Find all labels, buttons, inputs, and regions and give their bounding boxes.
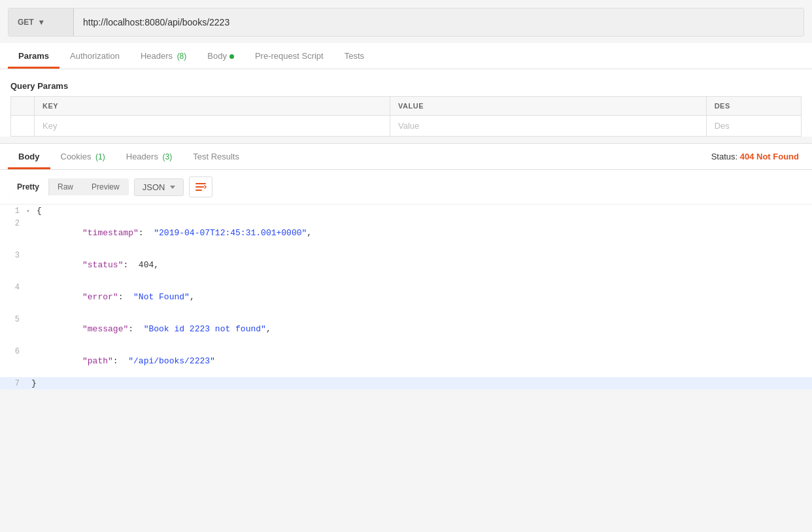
key-placeholder: Key <box>42 121 57 131</box>
code-line-6: 6 "path": "/api/books/2223" <box>0 345 812 377</box>
tab-cookies[interactable]: Cookies (1) <box>50 144 116 169</box>
response-tabs: Body Cookies (1) Headers (3) Test Result… <box>8 144 250 169</box>
json-format-label: JSON <box>143 182 165 192</box>
url-bar: GET ▾ <box>8 8 804 37</box>
tab-body[interactable]: Body <box>197 43 245 69</box>
col-header-key: KEY <box>35 97 390 116</box>
tab-prerequest[interactable]: Pre-request Script <box>245 43 334 69</box>
row-key-cell[interactable]: Key <box>35 116 390 137</box>
row-desc-cell[interactable]: Des <box>706 116 801 137</box>
query-params-title: Query Params <box>10 76 802 96</box>
params-table: KEY VALUE DES Key Value Des <box>10 96 802 137</box>
desc-placeholder: Des <box>715 121 730 131</box>
code-line-3: 3 "status": 404, <box>0 249 812 281</box>
code-line-2: 2 "timestamp": "2019-04-07T12:45:31.001+… <box>0 217 812 249</box>
cookies-badge: (1) <box>95 152 105 161</box>
col-header-checkbox <box>11 97 35 116</box>
code-line-4: 4 "error": "Not Found", <box>0 281 812 313</box>
method-label: GET <box>18 18 34 27</box>
tab-response-headers[interactable]: Headers (3) <box>116 144 182 169</box>
method-arrow: ▾ <box>39 18 43 27</box>
table-row: Key Value Des <box>11 116 802 137</box>
row-value-cell[interactable]: Value <box>390 116 707 137</box>
status-info: Status: 404 Not Found <box>711 152 804 161</box>
value-placeholder: Value <box>398 121 419 131</box>
tab-response-body[interactable]: Body <box>8 144 50 169</box>
body-dot <box>229 54 234 59</box>
status-label: Status: <box>711 152 737 161</box>
tab-authorization[interactable]: Authorization <box>59 43 130 69</box>
tab-params[interactable]: Params <box>8 43 59 69</box>
tab-headers[interactable]: Headers (8) <box>130 43 197 69</box>
code-line-5: 5 "message": "Book id 2223 not found", <box>0 313 812 345</box>
col-header-desc: DES <box>706 97 801 116</box>
format-preview[interactable]: Preview <box>82 178 129 195</box>
row-checkbox-cell <box>11 116 35 137</box>
response-tabs-container: Body Cookies (1) Headers (3) Test Result… <box>0 143 812 170</box>
request-tabs-container: Params Authorization Headers (8) Body Pr… <box>0 43 812 69</box>
status-value: 404 Not Found <box>740 152 799 161</box>
method-dropdown[interactable]: GET ▾ <box>8 8 74 36</box>
wrap-icon <box>194 180 207 193</box>
response-toolbar: Pretty Raw Preview JSON <box>0 170 812 205</box>
url-input[interactable] <box>74 17 804 27</box>
wrap-button[interactable] <box>189 176 212 197</box>
response-headers-badge: (3) <box>163 152 173 161</box>
request-tabs: Params Authorization Headers (8) Body Pr… <box>8 43 804 69</box>
format-tabs: Pretty Raw Preview <box>8 178 129 195</box>
response-code-block: 1 ▾ { 2 "timestamp": "2019-04-07T12:45:3… <box>0 205 812 390</box>
chevron-down-icon <box>170 186 175 189</box>
tab-tests[interactable]: Tests <box>334 43 375 69</box>
format-raw[interactable]: Raw <box>48 178 82 195</box>
query-params-section: Query Params KEY VALUE DES Key Value Des <box>0 69 812 137</box>
col-header-value: VALUE <box>390 97 707 116</box>
code-line-7: 7 } <box>0 377 812 390</box>
headers-badge: (8) <box>177 52 187 61</box>
format-pretty[interactable]: Pretty <box>8 178 48 195</box>
json-format-select[interactable]: JSON <box>134 178 184 196</box>
tab-test-results[interactable]: Test Results <box>182 144 250 169</box>
code-line-1: 1 ▾ { <box>0 205 812 217</box>
